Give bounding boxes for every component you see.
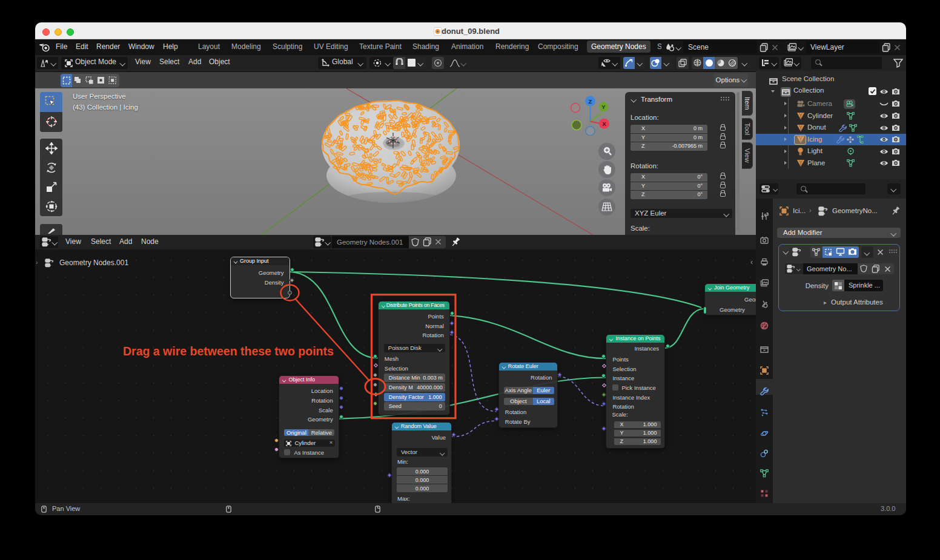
svg-text:X: X: [602, 120, 606, 127]
svg-text:Z: Z: [589, 98, 592, 105]
svg-text:Y: Y: [601, 104, 606, 110]
svg-text:Drag a wire between these two: Drag a wire between these two points: [123, 344, 334, 358]
